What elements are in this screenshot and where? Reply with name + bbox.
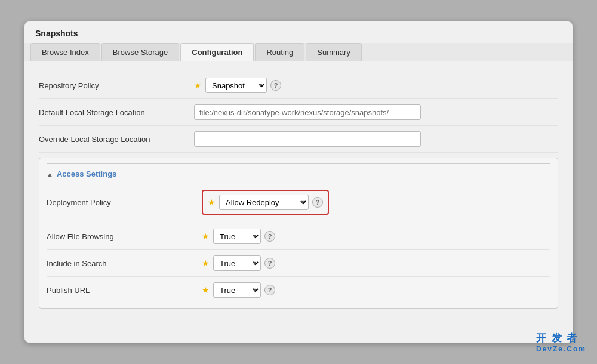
include-in-search-select-wrapper: True False — [213, 255, 261, 271]
access-settings-label: Access Settings — [57, 169, 116, 178]
override-storage-input[interactable] — [194, 131, 421, 147]
repository-policy-help-icon[interactable]: ? — [270, 80, 281, 91]
publish-url-label: Publish URL — [47, 286, 202, 295]
allow-file-browsing-row: Allow File Browsing ★ True False ? — [47, 223, 550, 250]
content-area: Repository Policy ★ Snapshot Release ? D… — [24, 61, 573, 319]
publish-url-star: ★ — [202, 285, 210, 295]
allow-file-browsing-control: ★ True False ? — [202, 229, 275, 244]
default-storage-row: Default Local Storage Location — [39, 99, 558, 126]
include-in-search-label: Include in Search — [47, 259, 202, 268]
collapse-icon[interactable]: ▲ — [47, 171, 53, 178]
watermark-line1: 开 发 者 — [536, 332, 578, 344]
default-storage-label: Default Local Storage Location — [39, 108, 194, 117]
repository-policy-select-wrapper: Snapshot Release — [205, 78, 267, 93]
tab-browse-storage[interactable]: Browse Storage — [101, 43, 180, 61]
deployment-policy-star: ★ — [208, 198, 216, 207]
deployment-policy-label: Deployment Policy — [47, 198, 202, 207]
include-in-search-select[interactable]: True False — [213, 255, 261, 271]
repository-policy-select[interactable]: Snapshot Release — [205, 78, 267, 93]
panel-title: Snapshots — [24, 21, 573, 43]
tab-configuration[interactable]: Configuration — [180, 43, 254, 61]
main-panel: Snapshots Browse Index Browse Storage Co… — [24, 21, 573, 343]
override-storage-control — [194, 131, 421, 147]
include-in-search-control: ★ True False ? — [202, 255, 275, 271]
repository-policy-row: Repository Policy ★ Snapshot Release ? — [39, 72, 558, 99]
default-storage-control — [194, 104, 421, 120]
tab-summary[interactable]: Summary — [306, 43, 362, 61]
deployment-policy-highlighted: ★ Allow Redeploy Disable Redeploy Read O… — [202, 190, 329, 215]
include-in-search-star: ★ — [202, 258, 210, 268]
default-storage-input[interactable] — [194, 104, 421, 120]
publish-url-control: ★ True False ? — [202, 282, 275, 298]
allow-file-browsing-label: Allow File Browsing — [47, 232, 202, 241]
publish-url-row: Publish URL ★ True False ? — [47, 277, 550, 303]
allow-file-browsing-star: ★ — [202, 232, 210, 241]
deployment-policy-select[interactable]: Allow Redeploy Disable Redeploy Read Onl… — [219, 195, 309, 210]
allow-file-browsing-select-wrapper: True False — [213, 229, 261, 244]
include-in-search-row: Include in Search ★ True False ? — [47, 250, 550, 277]
allow-file-browsing-help-icon[interactable]: ? — [264, 231, 275, 242]
override-storage-row: Override Local Storage Location — [39, 126, 558, 153]
deployment-policy-select-wrapper: Allow Redeploy Disable Redeploy Read Onl… — [219, 195, 309, 210]
allow-file-browsing-select[interactable]: True False — [213, 229, 261, 244]
watermark-line2: DevZe.Com — [536, 345, 586, 353]
override-storage-label: Override Local Storage Location — [39, 135, 194, 144]
tab-routing[interactable]: Routing — [255, 43, 304, 61]
access-settings-section: ▲ Access Settings Deployment Policy ★ Al… — [39, 158, 558, 309]
deployment-policy-help-icon[interactable]: ? — [312, 197, 323, 208]
repository-policy-control: ★ Snapshot Release ? — [194, 78, 281, 93]
include-in-search-help-icon[interactable]: ? — [264, 258, 275, 269]
repository-policy-label: Repository Policy — [39, 81, 194, 90]
publish-url-help-icon[interactable]: ? — [264, 285, 275, 295]
publish-url-select-wrapper: True False — [213, 282, 261, 298]
repository-policy-star: ★ — [194, 81, 202, 90]
publish-url-select[interactable]: True False — [213, 282, 261, 298]
deployment-policy-row: Deployment Policy ★ Allow Redeploy Disab… — [47, 182, 550, 223]
tab-bar: Browse Index Browse Storage Configuratio… — [24, 43, 573, 61]
tab-browse-index[interactable]: Browse Index — [30, 43, 100, 61]
access-settings-header: ▲ Access Settings — [47, 163, 550, 182]
watermark: 开 发 者 DevZe.Com — [536, 331, 586, 353]
